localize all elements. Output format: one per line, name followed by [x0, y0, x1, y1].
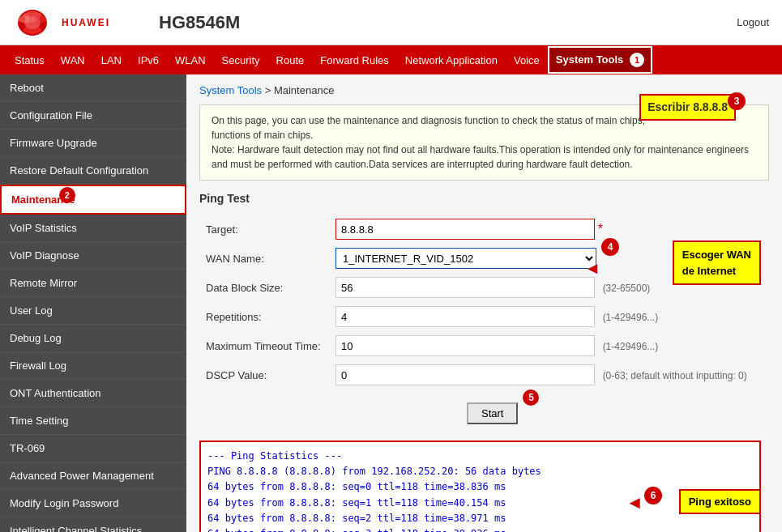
device-model: HG8546M — [159, 12, 240, 33]
timeout-hint: (1-429496...) — [603, 341, 659, 352]
sidebar-item-modify-login[interactable]: Modify Login Password — [0, 490, 186, 517]
nav-system-tools[interactable]: System Tools 1 — [548, 46, 652, 74]
nav-lan[interactable]: LAN — [93, 48, 130, 73]
nav-wan[interactable]: WAN — [53, 48, 93, 73]
repetitions-hint: (1-429496...) — [603, 312, 659, 323]
sidebar-item-configuration-file[interactable]: Configuration File — [0, 102, 186, 130]
content-area: System Tools > Maintenance On this page,… — [186, 74, 782, 532]
nav-forward-rules[interactable]: Forward Rules — [312, 48, 397, 73]
repetitions-input[interactable] — [335, 306, 595, 327]
info-line4: and must be performed with caution.Data … — [212, 157, 757, 172]
info-box: On this page, you can use the maintenanc… — [199, 104, 769, 181]
dscp-field-cell: (0-63; default without inputting: 0) — [329, 360, 769, 389]
logout-button[interactable]: Logout — [737, 16, 769, 28]
sidebar-item-maintenance[interactable]: Maintenance 2 — [0, 185, 186, 215]
ping-result-textarea[interactable] — [199, 440, 761, 532]
target-label: Target: — [199, 215, 329, 244]
sidebar-number-badge: 2 — [59, 187, 75, 203]
timeout-input[interactable] — [335, 335, 595, 356]
target-field-cell: * — [329, 215, 769, 244]
nav-voice[interactable]: Voice — [506, 48, 548, 73]
ping-test-title: Ping Test — [199, 192, 769, 208]
annotation-4-box: Escoger WAN de Internet — [673, 240, 761, 285]
sidebar-item-voip-statistics[interactable]: VoIP Statistics — [0, 215, 186, 242]
main-layout: Reboot Configuration File Firmware Upgra… — [0, 74, 782, 532]
nav-route[interactable]: Route — [268, 48, 313, 73]
ping-result-area: Ping exitoso 6 ◄ — [199, 440, 769, 532]
data-block-input[interactable] — [335, 277, 595, 298]
sidebar: Reboot Configuration File Firmware Upgra… — [0, 74, 186, 532]
annotation-3-box: Escribir 8.8.8.8 — [639, 94, 736, 121]
data-block-hint: (32-65500) — [603, 283, 651, 294]
annotation-6-box: Ping exitoso — [679, 489, 761, 514]
sidebar-item-firewall-log[interactable]: Firewall Log — [0, 352, 186, 380]
sidebar-item-firmware-upgrade[interactable]: Firmware Upgrade — [0, 130, 186, 157]
arrow-to-annotation6: ◄ — [626, 492, 643, 513]
wan-name-select[interactable]: 1_INTERNET_R_VID_1502 — [335, 248, 596, 269]
repetitions-field-cell: (1-429496...) — [329, 302, 769, 331]
sidebar-item-ont-authentication[interactable]: ONT Authentication — [0, 380, 186, 407]
start-button-area: Start 5 — [331, 398, 518, 432]
timeout-field-cell: (1-429496...) — [329, 331, 769, 360]
info-line3: Note: Hardware fault detection may not f… — [212, 143, 757, 157]
form-row-repetitions: Repetitions: (1-429496...) — [199, 302, 769, 331]
start-button[interactable]: Start — [467, 402, 518, 424]
sidebar-item-remote-mirror[interactable]: Remote Mirror — [0, 270, 186, 297]
sidebar-item-user-log[interactable]: User Log — [0, 297, 186, 325]
dscp-label: DSCP Value: — [199, 360, 329, 389]
dscp-hint: (0-63; default without inputting: 0) — [603, 370, 747, 381]
logo-area: HUAWEI — [13, 6, 143, 39]
company-name: HUAWEI — [62, 17, 110, 28]
nav-security[interactable]: Security — [214, 48, 268, 73]
form-row-dscp: DSCP Value: (0-63; default without input… — [199, 360, 769, 389]
nav-number-badge: 1 — [630, 53, 644, 67]
target-input[interactable] — [335, 219, 595, 240]
sidebar-item-reboot[interactable]: Reboot — [0, 74, 186, 102]
wan-name-label: WAN Name: — [199, 244, 329, 273]
sidebar-item-advanced-power[interactable]: Advanced Power Management — [0, 462, 186, 490]
annotation-5-circle: 5 — [523, 389, 539, 406]
sidebar-item-voip-diagnose[interactable]: VoIP Diagnose — [0, 242, 186, 270]
arrow-to-annotation4: ◄ — [584, 259, 600, 278]
nav-bar: Status WAN LAN IPv6 WLAN Security Route … — [0, 45, 782, 74]
logout-area: Logout — [737, 16, 769, 28]
timeout-label: Maximum Timeout Time: — [199, 331, 329, 360]
nav-ipv6[interactable]: IPv6 — [130, 48, 167, 73]
form-row-target: Target: * — [199, 215, 769, 244]
nav-wlan[interactable]: WLAN — [167, 48, 214, 73]
huawei-logo — [13, 6, 52, 39]
data-block-label: Data Block Size: — [199, 273, 329, 302]
annotation-4-circle: 4 — [601, 238, 619, 256]
annotation-6-circle: 6 — [644, 487, 662, 504]
info-line2: functions of main chips. — [212, 128, 757, 143]
breadcrumb-current: Maintenance — [274, 84, 334, 96]
sidebar-item-time-setting[interactable]: Time Setting — [0, 407, 186, 435]
breadcrumb-parent[interactable]: System Tools — [199, 84, 262, 96]
annotation-3-circle: 3 — [728, 92, 746, 110]
sidebar-item-restore-default[interactable]: Restore Default Configuration — [0, 157, 186, 185]
repetitions-label: Repetitions: — [199, 302, 329, 331]
nav-status[interactable]: Status — [6, 48, 53, 73]
dscp-input[interactable] — [335, 364, 595, 385]
sidebar-item-intelligent-channel[interactable]: Intelligent Channel Statistics — [0, 517, 186, 532]
ping-form-area: Escoger WAN de Internet 4 ◄ Target: * WA… — [199, 215, 769, 440]
nav-network-application[interactable]: Network Application — [397, 48, 506, 73]
target-required-star: * — [598, 222, 603, 236]
form-row-timeout: Maximum Timeout Time: (1-429496...) — [199, 331, 769, 360]
header: HUAWEI HG8546M Logout — [0, 0, 782, 45]
sidebar-item-debug-log[interactable]: Debug Log — [0, 325, 186, 352]
sidebar-item-tr069[interactable]: TR-069 — [0, 435, 186, 462]
